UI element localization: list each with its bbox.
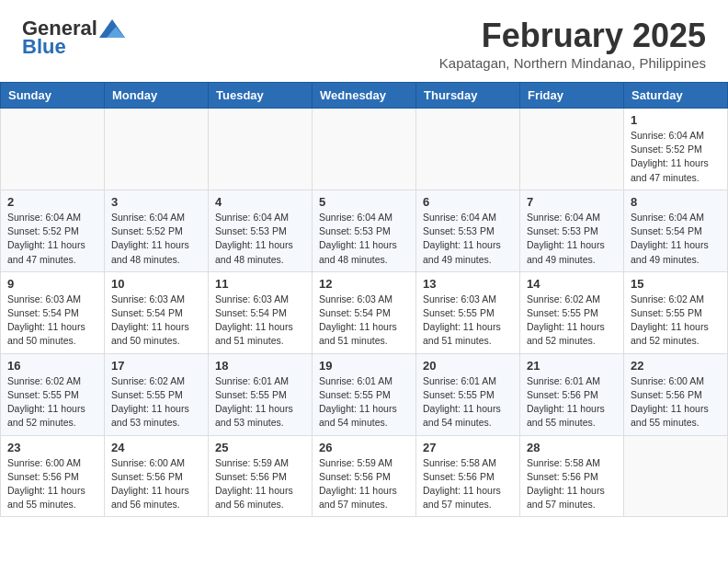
calendar-cell: 21Sunrise: 6:01 AM Sunset: 5:56 PM Dayli… <box>520 353 624 435</box>
day-info: Sunrise: 6:00 AM Sunset: 5:56 PM Dayligh… <box>631 374 721 431</box>
calendar-cell: 1Sunrise: 6:04 AM Sunset: 5:52 PM Daylig… <box>624 109 728 190</box>
day-info: Sunrise: 6:04 AM Sunset: 5:52 PM Dayligh… <box>111 211 201 267</box>
calendar-cell: 27Sunrise: 5:58 AM Sunset: 5:56 PM Dayli… <box>416 435 520 517</box>
weekday-header-wednesday: Wednesday <box>313 83 416 109</box>
calendar-week-row: 23Sunrise: 6:00 AM Sunset: 5:56 PM Dayli… <box>1 435 728 517</box>
calendar-cell <box>105 109 209 190</box>
weekday-header-thursday: Thursday <box>416 83 520 109</box>
calendar-week-row: 2Sunrise: 6:04 AM Sunset: 5:52 PM Daylig… <box>1 190 728 271</box>
weekday-header-tuesday: Tuesday <box>209 83 313 109</box>
day-info: Sunrise: 5:58 AM Sunset: 5:56 PM Dayligh… <box>527 456 617 512</box>
day-info: Sunrise: 6:00 AM Sunset: 5:56 PM Dayligh… <box>7 456 97 512</box>
calendar-cell <box>1 109 105 190</box>
logo-icon <box>99 19 125 38</box>
calendar-cell: 7Sunrise: 6:04 AM Sunset: 5:53 PM Daylig… <box>520 190 624 271</box>
day-number: 18 <box>215 359 305 373</box>
calendar-cell: 11Sunrise: 6:03 AM Sunset: 5:54 PM Dayli… <box>209 271 313 353</box>
calendar-week-row: 9Sunrise: 6:03 AM Sunset: 5:54 PM Daylig… <box>1 271 728 353</box>
calendar-cell: 18Sunrise: 6:01 AM Sunset: 5:55 PM Dayli… <box>209 353 313 435</box>
weekday-header-saturday: Saturday <box>624 83 728 109</box>
calendar-cell <box>209 109 313 190</box>
day-number: 14 <box>527 277 617 291</box>
calendar-cell: 8Sunrise: 6:04 AM Sunset: 5:54 PM Daylig… <box>624 190 728 271</box>
weekday-header-sunday: Sunday <box>1 83 105 109</box>
day-number: 12 <box>319 277 409 291</box>
weekday-header-monday: Monday <box>105 83 209 109</box>
calendar-cell: 20Sunrise: 6:01 AM Sunset: 5:55 PM Dayli… <box>416 353 520 435</box>
day-number: 11 <box>215 277 305 291</box>
day-info: Sunrise: 6:04 AM Sunset: 5:53 PM Dayligh… <box>527 211 617 267</box>
day-number: 13 <box>423 277 513 291</box>
calendar-cell <box>416 109 520 190</box>
calendar-cell: 17Sunrise: 6:02 AM Sunset: 5:55 PM Dayli… <box>105 353 209 435</box>
day-info: Sunrise: 6:03 AM Sunset: 5:54 PM Dayligh… <box>7 293 97 349</box>
day-info: Sunrise: 6:02 AM Sunset: 5:55 PM Dayligh… <box>7 374 97 431</box>
day-number: 10 <box>111 277 201 291</box>
calendar-cell: 16Sunrise: 6:02 AM Sunset: 5:55 PM Dayli… <box>1 353 105 435</box>
logo: General Blue <box>22 17 125 59</box>
calendar-cell: 15Sunrise: 6:02 AM Sunset: 5:55 PM Dayli… <box>624 271 728 353</box>
day-info: Sunrise: 6:04 AM Sunset: 5:52 PM Dayligh… <box>631 129 721 185</box>
day-number: 24 <box>111 441 201 454</box>
day-info: Sunrise: 5:59 AM Sunset: 5:56 PM Dayligh… <box>215 456 305 512</box>
day-number: 4 <box>215 195 305 209</box>
day-info: Sunrise: 5:58 AM Sunset: 5:56 PM Dayligh… <box>423 456 513 512</box>
day-info: Sunrise: 6:02 AM Sunset: 5:55 PM Dayligh… <box>631 293 721 349</box>
day-info: Sunrise: 6:04 AM Sunset: 5:53 PM Dayligh… <box>423 211 513 267</box>
calendar-cell: 5Sunrise: 6:04 AM Sunset: 5:53 PM Daylig… <box>313 190 416 271</box>
day-number: 2 <box>7 195 97 209</box>
day-info: Sunrise: 6:01 AM Sunset: 5:56 PM Dayligh… <box>527 374 617 431</box>
day-number: 17 <box>111 359 201 373</box>
logo-blue-text: Blue <box>22 35 66 59</box>
calendar-cell: 12Sunrise: 6:03 AM Sunset: 5:54 PM Dayli… <box>313 271 416 353</box>
day-info: Sunrise: 6:01 AM Sunset: 5:55 PM Dayligh… <box>423 374 513 431</box>
day-info: Sunrise: 6:03 AM Sunset: 5:54 PM Dayligh… <box>111 293 201 349</box>
calendar-cell: 9Sunrise: 6:03 AM Sunset: 5:54 PM Daylig… <box>1 271 105 353</box>
weekday-header-row: SundayMondayTuesdayWednesdayThursdayFrid… <box>1 83 728 109</box>
calendar-cell <box>313 109 416 190</box>
day-info: Sunrise: 6:02 AM Sunset: 5:55 PM Dayligh… <box>111 374 201 431</box>
day-info: Sunrise: 6:01 AM Sunset: 5:55 PM Dayligh… <box>319 374 409 431</box>
calendar-cell: 22Sunrise: 6:00 AM Sunset: 5:56 PM Dayli… <box>624 353 728 435</box>
calendar-cell: 25Sunrise: 5:59 AM Sunset: 5:56 PM Dayli… <box>209 435 313 517</box>
day-number: 28 <box>527 441 617 454</box>
day-number: 20 <box>423 359 513 373</box>
day-number: 21 <box>527 359 617 373</box>
calendar-cell: 10Sunrise: 6:03 AM Sunset: 5:54 PM Dayli… <box>105 271 209 353</box>
day-number: 6 <box>423 195 513 209</box>
day-number: 16 <box>7 359 97 373</box>
calendar-week-row: 16Sunrise: 6:02 AM Sunset: 5:55 PM Dayli… <box>1 353 728 435</box>
day-number: 5 <box>319 195 409 209</box>
day-info: Sunrise: 6:03 AM Sunset: 5:54 PM Dayligh… <box>215 293 305 349</box>
calendar-cell: 23Sunrise: 6:00 AM Sunset: 5:56 PM Dayli… <box>1 435 105 517</box>
day-number: 22 <box>631 359 721 373</box>
calendar-cell: 26Sunrise: 5:59 AM Sunset: 5:56 PM Dayli… <box>313 435 416 517</box>
day-info: Sunrise: 6:04 AM Sunset: 5:52 PM Dayligh… <box>7 211 97 267</box>
day-number: 19 <box>319 359 409 373</box>
calendar-cell: 28Sunrise: 5:58 AM Sunset: 5:56 PM Dayli… <box>520 435 624 517</box>
calendar-cell: 4Sunrise: 6:04 AM Sunset: 5:53 PM Daylig… <box>209 190 313 271</box>
month-year: February 2025 <box>439 17 706 55</box>
calendar-cell: 13Sunrise: 6:03 AM Sunset: 5:55 PM Dayli… <box>416 271 520 353</box>
day-number: 23 <box>7 441 97 454</box>
calendar-cell: 19Sunrise: 6:01 AM Sunset: 5:55 PM Dayli… <box>313 353 416 435</box>
day-info: Sunrise: 6:02 AM Sunset: 5:55 PM Dayligh… <box>527 293 617 349</box>
day-number: 8 <box>631 195 721 209</box>
calendar-cell: 24Sunrise: 6:00 AM Sunset: 5:56 PM Dayli… <box>105 435 209 517</box>
day-info: Sunrise: 5:59 AM Sunset: 5:56 PM Dayligh… <box>319 456 409 512</box>
day-number: 9 <box>7 277 97 291</box>
day-info: Sunrise: 6:03 AM Sunset: 5:55 PM Dayligh… <box>423 293 513 349</box>
day-number: 27 <box>423 441 513 454</box>
day-info: Sunrise: 6:04 AM Sunset: 5:54 PM Dayligh… <box>631 211 721 267</box>
day-number: 25 <box>215 441 305 454</box>
day-info: Sunrise: 6:03 AM Sunset: 5:54 PM Dayligh… <box>319 293 409 349</box>
day-info: Sunrise: 6:04 AM Sunset: 5:53 PM Dayligh… <box>215 211 305 267</box>
day-number: 15 <box>631 277 721 291</box>
day-number: 3 <box>111 195 201 209</box>
calendar-cell <box>520 109 624 190</box>
title-area: February 2025 Kapatagan, Northern Mindan… <box>439 17 706 71</box>
calendar-cell: 14Sunrise: 6:02 AM Sunset: 5:55 PM Dayli… <box>520 271 624 353</box>
day-number: 7 <box>527 195 617 209</box>
day-info: Sunrise: 6:00 AM Sunset: 5:56 PM Dayligh… <box>111 456 201 512</box>
location: Kapatagan, Northern Mindanao, Philippine… <box>439 55 706 71</box>
